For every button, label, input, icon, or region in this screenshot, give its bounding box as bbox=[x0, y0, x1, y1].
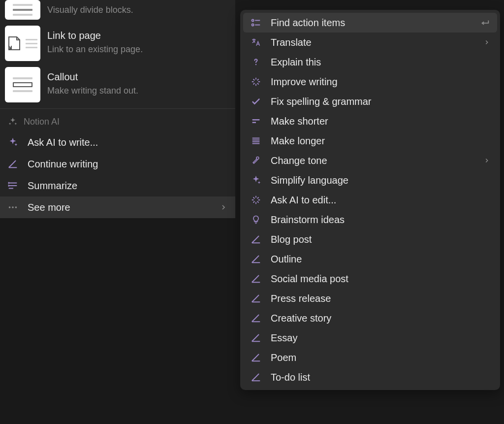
pencil-line-icon bbox=[250, 233, 262, 245]
menu-item-creative-story[interactable]: Creative story bbox=[243, 308, 497, 328]
translate-icon bbox=[250, 36, 262, 48]
block-option-divider[interactable]: Visually divide blocks. bbox=[0, 0, 235, 23]
menu-item-translate[interactable]: Translate bbox=[243, 33, 497, 52]
pencil-line-icon bbox=[250, 371, 262, 383]
sparkle-burst-icon bbox=[250, 76, 262, 88]
menu-item-blog-post[interactable]: Blog post bbox=[243, 229, 497, 249]
ellipsis-icon bbox=[7, 201, 19, 213]
shorter-lines-icon bbox=[250, 115, 262, 127]
block-desc: Link to an existing page. bbox=[47, 43, 143, 56]
menu-item-simplify-language[interactable]: Simplify language bbox=[243, 170, 497, 190]
menu-item-label: Make longer bbox=[271, 135, 325, 147]
longer-lines-icon bbox=[250, 135, 262, 147]
sparkle-icon bbox=[7, 116, 19, 128]
pencil-line-icon bbox=[250, 273, 262, 285]
ai-item-see-more[interactable]: See more bbox=[0, 196, 235, 218]
menu-item-find-action-items[interactable]: Find action items bbox=[243, 13, 497, 33]
block-option-link-to-page[interactable]: Link to page Link to an existing page. bbox=[0, 23, 235, 64]
menu-item-label: To-do list bbox=[271, 372, 310, 383]
pencil-line-icon bbox=[7, 158, 19, 170]
microphone-icon bbox=[250, 155, 262, 166]
menu-item-label: Outline bbox=[271, 254, 302, 265]
ai-item-continue-writing[interactable]: Continue writing bbox=[0, 153, 235, 175]
block-desc: Make writing stand out. bbox=[47, 85, 138, 97]
menu-item-label: Brainstorm ideas bbox=[271, 214, 345, 226]
menu-item-label: Explain this bbox=[271, 57, 321, 68]
block-title: Callout bbox=[47, 70, 138, 84]
svg-point-1 bbox=[12, 206, 14, 208]
check-icon bbox=[250, 96, 262, 107]
menu-item-fix-spelling-grammar[interactable]: Fix spelling & grammar bbox=[243, 92, 497, 111]
menu-item-label: Make shorter bbox=[271, 116, 328, 127]
menu-item-label: Poem bbox=[271, 352, 296, 363]
sparkle-icon bbox=[7, 136, 19, 148]
pencil-line-icon bbox=[250, 293, 262, 304]
menu-item-improve-writing[interactable]: Improve writing bbox=[243, 72, 497, 92]
ai-item-label: Continue writing bbox=[28, 159, 98, 170]
ai-item-label: See more bbox=[28, 202, 70, 213]
sparkle-burst-icon bbox=[250, 194, 262, 206]
menu-item-label: Blog post bbox=[271, 234, 312, 245]
ai-item-summarize[interactable]: Summarize bbox=[0, 175, 235, 196]
ai-item-ask-ai-to-write[interactable]: Ask AI to write... bbox=[0, 131, 235, 153]
block-option-callout[interactable]: Callout Make writing stand out. bbox=[0, 64, 235, 105]
menu-item-label: Creative story bbox=[271, 313, 331, 324]
menu-item-label: Ask AI to edit... bbox=[271, 195, 336, 206]
summarize-icon bbox=[7, 180, 19, 192]
section-header-notion-ai: Notion AI bbox=[0, 109, 235, 131]
lightbulb-icon bbox=[250, 214, 262, 226]
menu-item-brainstorm-ideas[interactable]: Brainstorm ideas bbox=[243, 210, 497, 229]
svg-point-3 bbox=[252, 19, 254, 21]
enter-key-icon bbox=[479, 17, 490, 28]
pencil-line-icon bbox=[250, 332, 262, 344]
menu-item-ask-ai-to-edit[interactable]: Ask AI to edit... bbox=[243, 190, 497, 210]
menu-item-label: Change tone bbox=[271, 155, 327, 166]
left-block-menu: Visually divide blocks. Link to page Lin… bbox=[0, 0, 235, 218]
svg-point-4 bbox=[252, 24, 254, 26]
ai-item-label: Summarize bbox=[28, 180, 77, 192]
chevron-right-icon bbox=[220, 203, 227, 211]
section-label: Notion AI bbox=[24, 117, 60, 127]
block-desc: Visually divide blocks. bbox=[47, 4, 133, 16]
ai-item-label: Ask AI to write... bbox=[28, 137, 98, 148]
thumb-link-to-page bbox=[5, 26, 40, 61]
pencil-line-icon bbox=[250, 253, 262, 265]
svg-point-0 bbox=[9, 206, 11, 208]
sparkle-icon bbox=[250, 174, 262, 186]
menu-item-social-media-post[interactable]: Social media post bbox=[243, 269, 497, 289]
menu-item-label: Social media post bbox=[271, 273, 348, 285]
thumb-divider bbox=[5, 0, 40, 20]
pencil-line-icon bbox=[250, 352, 262, 363]
thumb-callout bbox=[5, 67, 40, 102]
ai-actions-popover: Find action items Translate Explain this bbox=[240, 10, 500, 390]
menu-item-label: Improve writing bbox=[271, 76, 338, 88]
menu-item-label: Find action items bbox=[271, 17, 345, 29]
chevron-right-icon bbox=[483, 157, 490, 164]
menu-item-label: Press release bbox=[271, 293, 331, 304]
chevron-right-icon bbox=[483, 39, 490, 46]
menu-item-change-tone[interactable]: Change tone bbox=[243, 151, 497, 170]
svg-point-5 bbox=[255, 64, 257, 65]
menu-item-label: Translate bbox=[271, 37, 312, 48]
menu-item-label: Simplify language bbox=[271, 175, 348, 186]
menu-item-press-release[interactable]: Press release bbox=[243, 289, 497, 308]
menu-item-outline[interactable]: Outline bbox=[243, 249, 497, 269]
menu-item-poem[interactable]: Poem bbox=[243, 348, 497, 367]
block-title: Link to page bbox=[47, 29, 143, 42]
menu-item-to-do-list[interactable]: To-do list bbox=[243, 367, 497, 387]
menu-item-make-shorter[interactable]: Make shorter bbox=[243, 111, 497, 131]
menu-item-label: Essay bbox=[271, 332, 297, 344]
svg-point-2 bbox=[15, 206, 17, 208]
menu-item-make-longer[interactable]: Make longer bbox=[243, 131, 497, 151]
task-list-icon bbox=[250, 17, 262, 29]
pencil-line-icon bbox=[250, 312, 262, 324]
menu-item-essay[interactable]: Essay bbox=[243, 328, 497, 348]
question-icon bbox=[250, 56, 262, 68]
menu-item-explain-this[interactable]: Explain this bbox=[243, 52, 497, 72]
menu-item-label: Fix spelling & grammar bbox=[271, 96, 372, 107]
